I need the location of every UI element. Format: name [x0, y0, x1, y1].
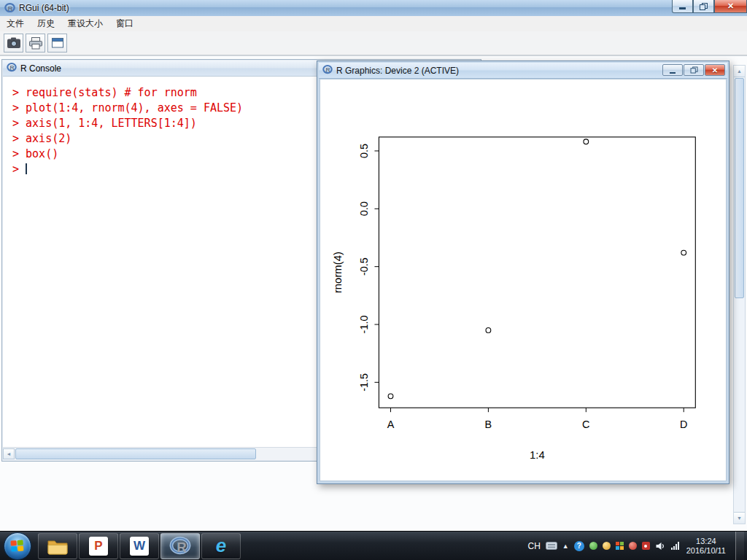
taskbar-apps: P W R e [37, 532, 241, 560]
plot-svg: ABCD0.50.0-0.5-1.0-1.51:4rnorm(4) [320, 79, 726, 481]
scroll-down-icon[interactable]: ▼ [734, 512, 745, 524]
system-tray: CH ▲ ? 13:24 2016/10/11 [527, 532, 747, 560]
windows-button[interactable] [47, 34, 67, 52]
taskbar-ie-button[interactable]: e [201, 533, 241, 559]
network-icon[interactable] [671, 542, 679, 550]
svg-text:R: R [177, 540, 187, 555]
menubar: 文件 历史 重设大小 窗口 [0, 16, 747, 32]
window-icon [50, 37, 65, 49]
graphics-window-controls: ✕ [662, 64, 725, 76]
r-logo-icon: R [4, 3, 15, 13]
show-desktop-button[interactable] [735, 532, 744, 560]
keyboard-icon[interactable] [546, 542, 557, 550]
text-caret [26, 163, 27, 174]
close-icon: ✕ [727, 1, 734, 11]
plot-canvas: ABCD0.50.0-0.5-1.0-1.51:4rnorm(4) [320, 79, 727, 481]
clock-date: 2016/10/11 [686, 546, 726, 556]
taskbar-r-button[interactable]: R [160, 533, 200, 559]
graphics-titlebar[interactable]: R R Graphics: Device 2 (ACTIVE) ✕ [319, 63, 727, 79]
toolbar [0, 31, 747, 55]
graphics-minimize-button[interactable] [662, 64, 683, 76]
taskbar-word-button[interactable]: W [120, 533, 159, 559]
show-hidden-icons-icon[interactable]: ▲ [562, 542, 569, 550]
close-button[interactable]: ✕ [714, 0, 747, 13]
svg-text:1:4: 1:4 [530, 449, 545, 461]
graphics-maximize-button[interactable] [684, 64, 704, 76]
taskbar-powerpoint-button[interactable]: P [79, 533, 118, 559]
svg-text:rnorm(4): rnorm(4) [332, 252, 344, 293]
menu-resize[interactable]: 重设大小 [61, 15, 109, 32]
scrollbar-thumb[interactable] [735, 78, 744, 298]
copy-button[interactable] [4, 34, 23, 52]
language-indicator[interactable]: CH [527, 541, 540, 551]
tray-color-grid-icon[interactable] [616, 542, 624, 550]
tray-alert-icon[interactable] [642, 542, 650, 550]
maximize-icon [690, 67, 697, 74]
svg-text:C: C [582, 419, 589, 430]
mdi-vertical-scrollbar[interactable]: ▲ ▼ [733, 65, 746, 524]
svg-text:-1.5: -1.5 [358, 373, 370, 392]
graphics-close-button[interactable]: ✕ [705, 64, 725, 76]
window-controls: ✕ [672, 0, 747, 13]
restore-button[interactable] [693, 0, 714, 13]
start-button[interactable] [4, 532, 31, 560]
minimize-button[interactable] [672, 0, 693, 13]
main-titlebar[interactable]: R RGui (64-bit) ✕ [0, 0, 747, 17]
taskbar: P W R e CH ▲ ? [0, 531, 747, 560]
svg-text:A: A [387, 419, 395, 430]
mdi-client-area: R R Console > require(stats) # for rnorm… [0, 55, 747, 531]
minimize-icon [670, 72, 676, 74]
svg-text:0.5: 0.5 [358, 144, 370, 158]
windows-logo-icon [10, 540, 24, 552]
powerpoint-icon: P [89, 537, 108, 556]
scrollbar-thumb[interactable] [15, 448, 256, 459]
svg-text:D: D [680, 419, 687, 430]
window-title: RGui (64-bit) [19, 3, 69, 13]
console-title: R Console [20, 63, 61, 74]
clock-time: 13:24 [686, 537, 726, 546]
graphics-title: R Graphics: Device 2 (ACTIVE) [336, 66, 459, 76]
svg-text:-1.0: -1.0 [358, 316, 370, 334]
svg-text:R: R [9, 64, 15, 71]
tray-status-red-icon[interactable] [629, 542, 637, 550]
svg-text:R: R [8, 4, 13, 12]
restore-icon [700, 3, 708, 10]
print-button[interactable] [26, 34, 45, 52]
menu-history[interactable]: 历史 [31, 15, 61, 32]
svg-text:R: R [325, 66, 330, 74]
r-console-icon: R [7, 62, 17, 75]
svg-text:-0.5: -0.5 [358, 257, 370, 276]
action-center-icon[interactable]: ? [574, 541, 584, 551]
volume-icon[interactable] [655, 542, 666, 551]
menu-file[interactable]: 文件 [0, 15, 31, 32]
r-graphics-icon: R [322, 64, 333, 77]
printer-icon [28, 37, 43, 50]
tray-status-green-icon[interactable] [589, 542, 597, 550]
graphics-window: R R Graphics: Device 2 (ACTIVE) ✕ ABCD0.… [317, 61, 729, 484]
r-logo-icon: R [169, 537, 191, 556]
menu-window[interactable]: 窗口 [109, 15, 140, 32]
scroll-up-icon[interactable]: ▲ [734, 66, 745, 77]
folder-icon [47, 537, 69, 555]
word-icon: W [130, 537, 149, 556]
close-icon: ✕ [712, 66, 718, 74]
camera-icon [7, 37, 21, 49]
tray-status-gold-icon[interactable] [603, 542, 611, 550]
svg-text:B: B [485, 419, 492, 430]
taskbar-explorer-button[interactable] [38, 533, 77, 559]
internet-explorer-icon: e [216, 534, 226, 557]
minimize-icon [679, 7, 686, 9]
svg-text:0.0: 0.0 [358, 201, 370, 216]
tray-clock[interactable]: 13:24 2016/10/11 [686, 537, 726, 556]
scroll-left-icon[interactable]: ◄ [3, 448, 15, 459]
